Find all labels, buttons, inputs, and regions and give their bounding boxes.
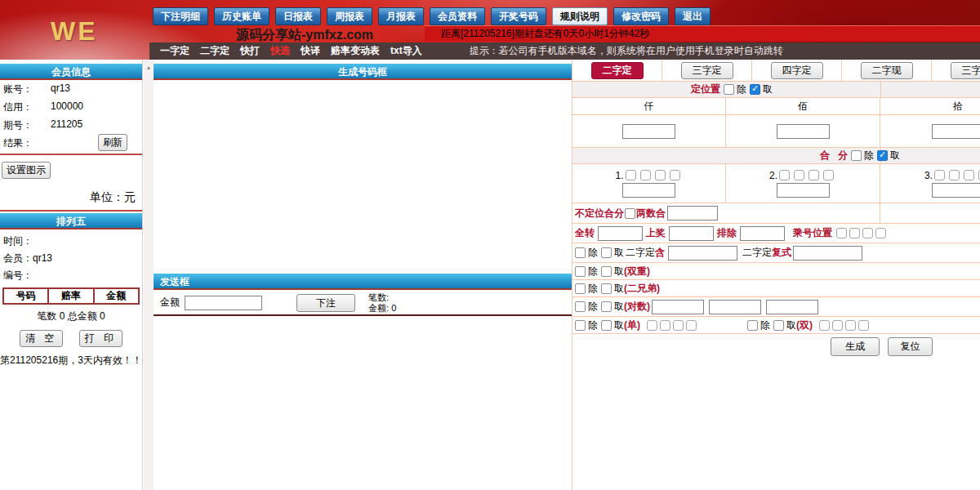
- two-sum-input[interactable]: [667, 206, 718, 220]
- clear-button[interactable]: 清 空: [20, 330, 63, 347]
- tab-four-digit-fixed[interactable]: 四字定: [771, 62, 823, 79]
- two-sum-checkbox[interactable]: [625, 208, 635, 219]
- even-box-3[interactable]: [845, 320, 856, 331]
- even-box-1[interactable]: [819, 320, 830, 331]
- group-1-input[interactable]: [622, 183, 675, 198]
- group-3-box-3[interactable]: [964, 170, 974, 180]
- double-weight-take-checkbox[interactable]: [601, 266, 612, 277]
- send-total-value: 0: [391, 303, 396, 313]
- group-3-box-1[interactable]: [934, 170, 945, 180]
- group-1-box-4[interactable]: [670, 170, 680, 180]
- even-take-checkbox[interactable]: [773, 320, 784, 331]
- set-icon-button[interactable]: 设置图示: [2, 162, 51, 179]
- odd-box-3[interactable]: [673, 320, 684, 331]
- nav-change-password[interactable]: 修改密码: [613, 7, 669, 25]
- subnav-quick-type[interactable]: 快打: [240, 44, 260, 58]
- refresh-button[interactable]: 刷新: [98, 134, 127, 151]
- nav-member-info[interactable]: 会员资料: [430, 7, 485, 25]
- contain-except-checkbox[interactable]: [575, 247, 586, 258]
- sum-split-bar: 合 分 除 取: [572, 148, 980, 164]
- nav-daily-report[interactable]: 日报表: [275, 7, 321, 25]
- nav-bet-detail[interactable]: 下注明细: [153, 7, 208, 25]
- collapse-arrow-icon[interactable]: ▲: [144, 65, 154, 70]
- subnav-quick-translate[interactable]: 快译: [301, 44, 320, 58]
- amount-input[interactable]: [185, 296, 262, 310]
- pairs-input-3[interactable]: [766, 300, 818, 314]
- exclude-label: 排除: [717, 226, 737, 240]
- nav-rules[interactable]: 规则说明: [552, 7, 608, 25]
- multiply-box-2[interactable]: [849, 228, 860, 238]
- even-except-checkbox[interactable]: [747, 320, 758, 331]
- tab-three-digit-fixed[interactable]: 三字定: [681, 62, 733, 79]
- sum-except-checkbox[interactable]: [851, 150, 862, 161]
- position-take-checkbox[interactable]: [750, 84, 760, 95]
- odd-box-4[interactable]: [686, 320, 697, 331]
- reset-button[interactable]: 复位: [888, 337, 933, 356]
- contain-prefix: 二字定: [626, 246, 655, 260]
- pairs-row: 除 取 (对数): [572, 297, 980, 317]
- even-box-4[interactable]: [858, 320, 869, 331]
- generate-button[interactable]: 生成: [831, 337, 880, 356]
- even-box-2[interactable]: [832, 320, 843, 331]
- multiply-box-4[interactable]: [875, 228, 886, 238]
- double-weight-except-checkbox[interactable]: [575, 266, 586, 277]
- sidebar-buttons: 清 空 打 印: [0, 327, 142, 350]
- position-except-checkbox[interactable]: [724, 84, 734, 95]
- tab-two-digit-current[interactable]: 二字现: [861, 62, 913, 79]
- group-2-box-2[interactable]: [794, 170, 804, 180]
- two-brothers-take-checkbox[interactable]: [601, 283, 612, 294]
- nav-logout[interactable]: 退出: [675, 7, 710, 25]
- thousands-input[interactable]: [622, 124, 675, 139]
- win-input[interactable]: [669, 226, 714, 241]
- totals-text: 笔数 0 总金额 0: [0, 305, 142, 327]
- exclude-input[interactable]: [740, 226, 785, 241]
- nav-history-bill[interactable]: 历史账单: [214, 7, 270, 25]
- nav-monthly-report[interactable]: 月报表: [378, 7, 424, 25]
- multiply-box-1[interactable]: [836, 228, 847, 238]
- group-3-input[interactable]: [932, 183, 980, 198]
- odd-except-checkbox[interactable]: [575, 320, 586, 331]
- odd-take-checkbox[interactable]: [601, 320, 612, 331]
- odd-box-2[interactable]: [660, 320, 670, 331]
- tab-two-digit-fixed[interactable]: 二字定: [591, 62, 644, 79]
- fushi-input[interactable]: [793, 246, 862, 261]
- nav-draw-numbers[interactable]: 开奖号码: [491, 7, 546, 25]
- subnav-quick-select[interactable]: 快选: [270, 44, 290, 58]
- nav-weekly-report[interactable]: 周报表: [327, 7, 372, 25]
- contain-input[interactable]: [668, 246, 737, 261]
- pairs-take-checkbox[interactable]: [601, 301, 612, 312]
- digit-column-headers: 仟 佰 拾: [572, 98, 980, 115]
- group-2-box-1[interactable]: [779, 170, 790, 180]
- generated-numbers-area[interactable]: [154, 80, 572, 274]
- group-1-box-1[interactable]: [626, 170, 636, 180]
- group-2-box-4[interactable]: [823, 170, 834, 180]
- tab-three-digit-current[interactable]: 三字现: [951, 62, 980, 79]
- win-label: 上奖: [646, 226, 666, 240]
- subnav-odds-change-table[interactable]: 赔率变动表: [331, 44, 380, 58]
- pairs-input-2[interactable]: [709, 300, 761, 314]
- group-1-box-3[interactable]: [655, 170, 666, 180]
- group-2-input[interactable]: [777, 183, 830, 198]
- subnav-two-digit[interactable]: 二字定: [200, 44, 229, 58]
- tens-input[interactable]: [932, 124, 980, 139]
- odd-box-1[interactable]: [647, 320, 657, 331]
- subnav-txt-import[interactable]: txt导入: [390, 44, 422, 58]
- print-button[interactable]: 打 印: [79, 330, 122, 347]
- group-1: 1.: [572, 164, 726, 203]
- sum-take-checkbox[interactable]: [877, 150, 888, 161]
- group-2-box-3[interactable]: [808, 170, 819, 180]
- bet-button[interactable]: 下注: [296, 294, 355, 312]
- pairs-except-checkbox[interactable]: [575, 301, 586, 312]
- position-except-label: 除: [737, 82, 746, 96]
- generated-numbers-header: 生成号码框: [154, 64, 572, 80]
- two-brothers-except-checkbox[interactable]: [575, 283, 586, 294]
- even-take-label: 取: [786, 318, 796, 332]
- multiply-box-3[interactable]: [862, 228, 873, 238]
- hundreds-input[interactable]: [777, 124, 830, 139]
- pairs-input-1[interactable]: [652, 300, 704, 314]
- group-3-box-2[interactable]: [949, 170, 960, 180]
- group-1-box-2[interactable]: [640, 170, 651, 180]
- subnav-one-digit[interactable]: 一字定: [160, 44, 189, 58]
- full-convert-input[interactable]: [598, 226, 643, 241]
- contain-take-checkbox[interactable]: [601, 247, 612, 258]
